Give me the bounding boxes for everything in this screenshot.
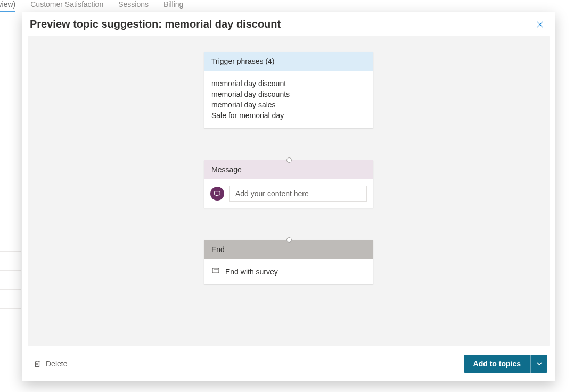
trigger-phrase: memorial day sales [211,99,366,110]
bg-nav-2: Customer Satisfaction [30,0,103,12]
delete-button[interactable]: Delete [33,360,67,368]
svg-rect-1 [212,268,219,273]
message-card: Message Add your content here [204,160,373,208]
trigger-phrase: Sale for memorial day [211,110,366,121]
flow-canvas: Trigger phrases (4) memorial day discoun… [28,36,550,346]
modal-title: Preview topic suggestion: memorial day d… [30,18,281,30]
modal-footer: Delete Add to topics [22,346,555,381]
flow-connector [289,208,289,240]
message-content-input[interactable]: Add your content here [229,186,367,202]
trigger-header: Trigger phrases (4) [204,52,373,71]
bg-nav-1: g (preview) [0,0,15,12]
end-action-label: End with survey [225,268,278,276]
modal-header: Preview topic suggestion: memorial day d… [22,12,555,36]
trash-icon [33,360,42,368]
bg-nav-4: Billing [163,0,183,12]
svg-rect-0 [215,191,220,195]
message-header: Message [204,160,373,179]
trigger-phrase: memorial day discount [211,78,366,89]
trigger-phrases-card: Trigger phrases (4) memorial day discoun… [204,52,373,128]
trigger-phrase-list: memorial day discount memorial day disco… [204,71,373,128]
bg-side-header: previ [0,134,21,153]
flow-connector [289,128,289,160]
end-header: End [204,240,373,259]
close-icon[interactable] [535,19,545,30]
bg-nav-3: Sessions [118,0,149,12]
message-icon [210,187,224,201]
preview-topic-modal: Preview topic suggestion: memorial day d… [22,12,555,381]
trigger-phrase: memorial day discounts [211,89,366,99]
chevron-down-icon[interactable] [530,355,547,373]
add-to-topics-button[interactable]: Add to topics [464,355,547,373]
end-card: End End with survey [204,240,373,284]
survey-icon [211,266,220,277]
